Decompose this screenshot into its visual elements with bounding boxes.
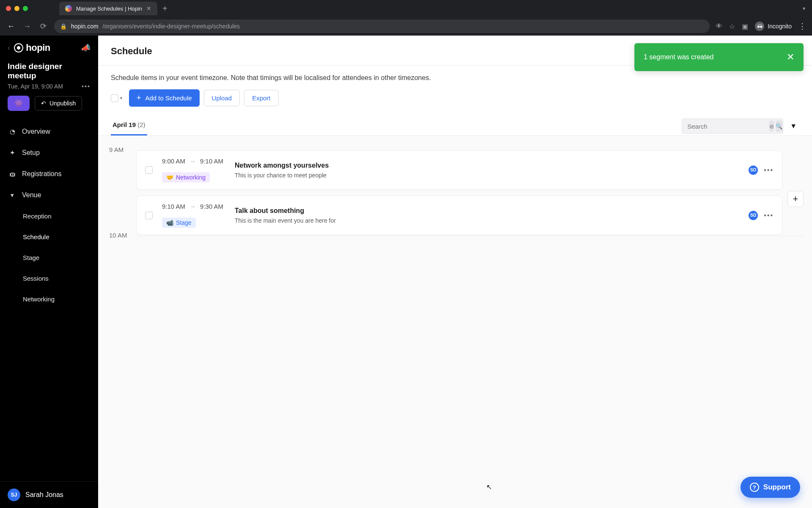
tabs-overflow-icon[interactable]: ▾ xyxy=(796,6,812,11)
export-button[interactable]: Export xyxy=(244,90,278,106)
tab-date-label: April 19 xyxy=(112,121,136,128)
search-icon[interactable]: 🔍 xyxy=(776,121,782,132)
select-all-checkbox[interactable]: ▾ xyxy=(111,94,125,102)
sidebar-user[interactable]: SJ Sarah Jonas xyxy=(0,481,98,508)
user-name: Sarah Jonas xyxy=(25,491,63,499)
omnibox[interactable]: 🔒 hopin.com/organisers/events/indie-desi… xyxy=(54,19,710,33)
add-label: Add to Schedule xyxy=(145,94,192,102)
schedule-segment[interactable]: 9:10 AM → 9:30 AM 📹 Stage Talk about som… xyxy=(136,196,782,235)
window-minimize-icon[interactable] xyxy=(14,6,19,11)
main-content: 1 segment was created ✕ Schedule Schedul… xyxy=(98,36,812,508)
segment-menu-icon[interactable]: ••• xyxy=(764,212,774,219)
new-tab-button[interactable]: + xyxy=(157,4,173,14)
sidebar: ‹ hopin 📣 Indie designer meetup Tue, Apr… xyxy=(0,36,98,508)
sidebar-item-registrations[interactable]: 🎟 Registrations xyxy=(0,163,98,185)
event-date: Tue, Apr 19, 9:00 AM xyxy=(8,83,63,90)
undo-icon: ↶ xyxy=(41,100,46,107)
announcements-icon[interactable]: 📣 xyxy=(81,43,91,52)
sidebar-item-stage[interactable]: Stage xyxy=(0,247,98,268)
event-avatar-icon[interactable]: 👾 xyxy=(8,96,30,111)
star-icon[interactable]: ☆ xyxy=(729,22,735,30)
add-to-schedule-button[interactable]: + Add to Schedule xyxy=(129,89,200,107)
toast-close-icon[interactable]: ✕ xyxy=(787,52,794,63)
nav-label: Sessions xyxy=(23,275,49,282)
hopin-favicon-icon xyxy=(65,5,72,12)
incognito-label: Incognito xyxy=(768,23,792,30)
caret-down-icon: ▾ xyxy=(120,96,122,100)
tab-title: Manage Schedules | Hopin xyxy=(76,6,142,12)
hour-divider xyxy=(136,236,804,236)
hour-label-10am: 10 AM xyxy=(109,232,127,239)
url-host: hopin.com xyxy=(71,23,99,30)
hopin-logo-icon xyxy=(14,43,23,52)
nav-label: Reception xyxy=(23,213,52,220)
segment-tag-stage: 📹 Stage xyxy=(162,218,196,228)
hopin-logo[interactable]: hopin xyxy=(14,42,50,53)
segment-end: 9:10 AM xyxy=(200,157,223,165)
tab-close-icon[interactable]: ✕ xyxy=(146,5,151,12)
tab-date-apr19[interactable]: April 19 (2) xyxy=(111,117,147,135)
caret-down-icon: ▾ xyxy=(8,191,16,199)
lock-icon: 🔒 xyxy=(60,23,67,30)
sidebar-back-icon[interactable]: ‹ xyxy=(8,44,10,52)
segment-checkbox[interactable] xyxy=(145,212,153,219)
speaker-badge[interactable]: SO xyxy=(749,166,758,175)
segment-menu-icon[interactable]: ••• xyxy=(764,166,774,174)
sidebar-item-venue[interactable]: ▾ Venue xyxy=(0,185,98,206)
user-avatar: SJ xyxy=(8,489,20,501)
browser-menu-icon[interactable]: ⋮ xyxy=(798,22,806,31)
add-segment-fab[interactable]: + xyxy=(787,191,804,207)
upload-button[interactable]: Upload xyxy=(204,90,240,106)
sidebar-item-schedule[interactable]: Schedule xyxy=(0,226,98,247)
search-input[interactable] xyxy=(687,123,768,130)
nav-label: Stage xyxy=(23,254,39,261)
panel-icon[interactable]: ▣ xyxy=(742,22,748,30)
event-more-icon[interactable]: ••• xyxy=(82,83,91,90)
schedule-segment[interactable]: 9:00 AM → 9:10 AM 🤝 Networking Network a… xyxy=(136,150,782,190)
sidebar-item-overview[interactable]: ◔ Overview xyxy=(0,121,98,142)
toolbar: ▾ + Add to Schedule Upload Export xyxy=(98,82,812,107)
incognito-indicator[interactable]: 🕶 Incognito xyxy=(755,22,792,31)
nav-label: Registrations xyxy=(22,170,61,178)
window-close-icon[interactable] xyxy=(6,6,11,11)
segment-checkbox[interactable] xyxy=(145,166,153,174)
checkbox-icon xyxy=(111,94,118,102)
unpublish-button[interactable]: ↶ Unpublish xyxy=(35,96,82,110)
segment-tag-networking: 🤝 Networking xyxy=(162,172,210,182)
filter-icon[interactable]: ▼ xyxy=(787,122,799,130)
toast-message: 1 segment was created xyxy=(644,53,713,61)
url-path: /organisers/events/indie-designer-meetup… xyxy=(103,23,240,30)
search-box[interactable]: ⊘ 🔍 xyxy=(682,119,783,134)
sidebar-nav: ◔ Overview ✦ Setup 🎟 Registrations ▾ Ven… xyxy=(0,119,98,309)
sidebar-item-setup[interactable]: ✦ Setup xyxy=(0,142,98,163)
arrow-right-icon: → xyxy=(189,203,196,210)
logo-text: hopin xyxy=(26,42,50,53)
sidebar-item-networking[interactable]: Networking xyxy=(0,289,98,309)
support-button[interactable]: ? Support xyxy=(741,477,800,498)
ticket-icon: 🎟 xyxy=(8,171,16,178)
nav-label: Setup xyxy=(22,149,40,157)
nav-label: Schedule xyxy=(23,233,49,240)
nav-reload-icon[interactable]: ⟳ xyxy=(38,22,48,31)
handshake-icon: 🤝 xyxy=(166,174,173,181)
sidebar-item-sessions[interactable]: Sessions xyxy=(0,268,98,289)
nav-label: Venue xyxy=(22,191,41,199)
nav-forward-icon[interactable]: → xyxy=(22,22,32,31)
segment-description: This is your chance to meet people xyxy=(235,172,329,179)
eye-off-icon[interactable]: 👁 xyxy=(716,22,722,30)
address-bar: ← → ⟳ 🔒 hopin.com/organisers/events/indi… xyxy=(0,17,812,36)
sidebar-item-reception[interactable]: Reception xyxy=(0,206,98,226)
date-tabs: April 19 (2) ⊘ 🔍 ▼ xyxy=(98,107,812,136)
pie-chart-icon: ◔ xyxy=(8,128,16,135)
speaker-badge[interactable]: SO xyxy=(749,211,758,220)
support-label: Support xyxy=(763,483,791,491)
window-maximize-icon[interactable] xyxy=(23,6,28,11)
tab-bar: Manage Schedules | Hopin ✕ + xyxy=(59,0,173,17)
tag-label: Stage xyxy=(176,219,192,226)
nav-back-icon[interactable]: ← xyxy=(6,22,16,31)
wand-icon: ✦ xyxy=(8,149,16,157)
browser-chrome: Manage Schedules | Hopin ✕ + ▾ ← → ⟳ 🔒 h… xyxy=(0,0,812,36)
nav-label: Networking xyxy=(23,295,55,303)
browser-tab[interactable]: Manage Schedules | Hopin ✕ xyxy=(59,2,157,15)
clear-search-icon[interactable]: ⊘ xyxy=(769,121,774,132)
